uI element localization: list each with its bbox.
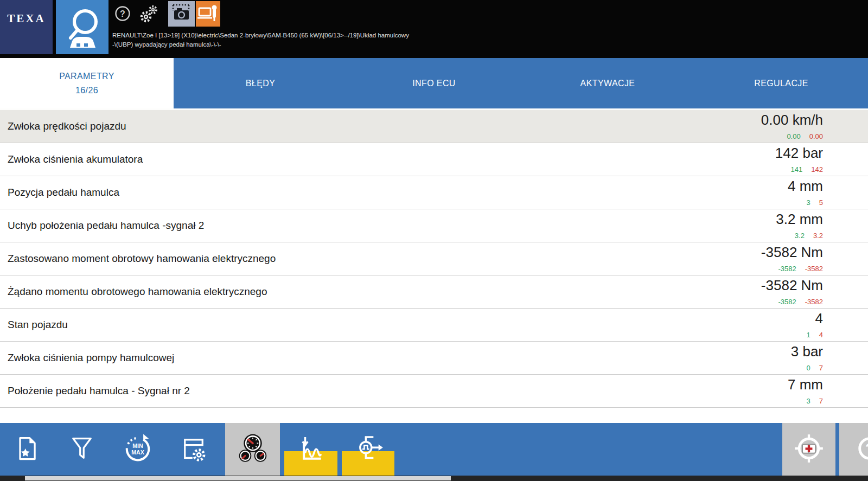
tab-label: BŁĘDY — [246, 76, 275, 91]
signal-output-button[interactable] — [342, 423, 394, 476]
svg-text:MAX: MAX — [131, 449, 145, 456]
parameter-minmax: 14 — [807, 331, 823, 339]
parameter-max-value: 142 — [811, 165, 823, 174]
parameter-settings-button[interactable] — [167, 423, 220, 476]
remote-assistance-button[interactable] — [196, 1, 220, 27]
tab-b-e-dy[interactable]: BŁĘDY — [174, 58, 347, 108]
bottom-toolbar: MIN MAX — [0, 423, 868, 476]
parameter-label: Zastosowano moment obrotowy hamowania el… — [0, 253, 276, 265]
minmax-reset-icon: MIN MAX — [123, 434, 152, 465]
parameter-value-block: 142 bar 141142 — [775, 143, 868, 176]
parameter-value: 3.2 mm — [776, 211, 823, 227]
diagnostic-target-button[interactable] — [782, 423, 835, 476]
parameter-row-partial — [0, 408, 868, 422]
parameter-minmax: 37 — [807, 397, 823, 405]
tab-label: INFO ECU — [412, 76, 456, 91]
gears-icon — [138, 18, 159, 27]
parameter-min-value: 0.00 — [787, 132, 800, 140]
parameter-min-value: 3 — [807, 397, 810, 405]
parameter-label: Uchyb położenia pedału hamulca -sygnał 2 — [0, 220, 204, 232]
parameter-minmax: 141142 — [791, 165, 823, 174]
settings-button[interactable] — [138, 3, 159, 25]
toolbar-help-icon: ? — [854, 433, 868, 465]
gauges-view-button[interactable] — [225, 423, 280, 476]
parameter-value-block: 0.00 km/h 0.000.00 — [761, 110, 868, 143]
table-gear-icon — [180, 434, 208, 464]
parameter-value-block: -3582 Nm -3582-3582 — [761, 242, 868, 275]
tab-regulacje[interactable]: REGULACJE — [694, 58, 868, 108]
parameter-value: 0.00 km/h — [761, 112, 823, 128]
texa-logo-text: TEXA — [7, 12, 45, 25]
parameter-label: Żądano momentu obrotowego hamowania elek… — [0, 286, 267, 298]
tab-bar: PARAMETRY 16/26 BŁĘDY INFO ECU AKTYWACJE… — [0, 58, 868, 108]
parameter-value-block: 4 mm 35 — [788, 176, 868, 209]
parameter-value: 4 mm — [788, 178, 823, 194]
tab-label: PARAMETRY — [59, 69, 114, 84]
toolbar-help-button[interactable]: ? — [839, 423, 868, 476]
horizontal-scrollbar[interactable] — [0, 476, 868, 481]
tab-aktywacje[interactable]: AKTYWACJE — [521, 58, 694, 108]
gauges-icon — [238, 433, 268, 465]
parameter-label: Zwłoka prędkości pojazdu — [0, 120, 126, 132]
parameter-min-value: 3.2 — [795, 232, 805, 240]
parameter-value: 142 bar — [775, 145, 823, 161]
parameter-minmax: 3.23.2 — [795, 232, 823, 240]
parameter-minmax: 07 — [807, 364, 823, 372]
parameter-row[interactable]: Stan pojazdu 4 14 — [0, 309, 868, 342]
parameter-minmax: -3582-3582 — [778, 265, 824, 273]
parameter-label: Stan pojazdu — [0, 319, 68, 331]
parameter-row[interactable]: Zwłoka prędkości pojazdu 0.00 km/h 0.000… — [0, 110, 868, 143]
parameter-row[interactable]: Pozycja pedału hamulca 4 mm 35 — [0, 176, 868, 209]
filter-funnel-icon — [68, 434, 96, 464]
minmax-reset-button[interactable]: MIN MAX — [111, 423, 164, 476]
parameter-row[interactable]: Zwłoka ciśnienia akumulatora 142 bar 141… — [0, 143, 868, 176]
parameter-row[interactable]: Zastosowano moment obrotowy hamowania el… — [0, 242, 868, 275]
svg-text:?: ? — [120, 9, 125, 18]
graph-record-button[interactable] — [284, 423, 337, 476]
help-button[interactable]: ? — [113, 5, 132, 23]
parameter-max-value: 3.2 — [813, 232, 823, 240]
vehicle-search-button[interactable] — [56, 0, 108, 54]
parameter-max-value: -3582 — [805, 265, 823, 273]
parameter-max-value: -3582 — [805, 298, 823, 306]
scrollbar-thumb[interactable] — [25, 476, 451, 480]
parameter-max-value: 5 — [819, 198, 823, 207]
texa-logo: TEXA — [0, 0, 53, 54]
parameter-max-value: 0.00 — [809, 132, 823, 140]
car-body — [70, 37, 95, 48]
tab-parametry[interactable]: PARAMETRY 16/26 — [0, 58, 174, 108]
parameter-row[interactable]: Uchyb położenia pedału hamulca -sygnał 2… — [0, 209, 868, 242]
document-star-icon — [13, 434, 41, 464]
report-favorites-button[interactable] — [0, 423, 54, 476]
parameter-row[interactable]: Położenie pedału hamulca - Sygnał nr 2 7… — [0, 375, 868, 408]
parameter-label: Zwłoka ciśnienia pompy hamulcowej — [0, 352, 174, 364]
signal-output-icon — [353, 433, 384, 465]
parameter-max-value: 4 — [819, 331, 823, 339]
parameter-min-value: 3 — [807, 198, 810, 207]
parameter-label: Położenie pedału hamulca - Sygnał nr 2 — [0, 385, 190, 397]
screenshot-button[interactable] — [168, 1, 195, 27]
parameter-value: 7 mm — [788, 376, 823, 393]
parameter-min-value: -3582 — [778, 298, 796, 306]
parameter-minmax: 35 — [807, 198, 823, 207]
top-bar: TEXA ? — [0, 0, 868, 58]
breadcrumb-line-1: RENAULT\Zoe I [13>19] (X10)\electric\Sed… — [112, 31, 709, 40]
parameter-max-value: 7 — [819, 364, 823, 372]
parameter-minmax: -3582-3582 — [778, 298, 824, 306]
crosshair-book-icon — [794, 433, 824, 465]
filter-button[interactable] — [55, 423, 108, 476]
parameter-min-value: 141 — [791, 165, 803, 174]
parameter-list: Zwłoka prędkości pojazdu 0.00 km/h 0.000… — [0, 108, 868, 423]
parameter-value-block: 3 bar 07 — [791, 342, 868, 374]
parameter-row[interactable]: Żądano momentu obrotowego hamowania elek… — [0, 275, 868, 309]
tab-label: REGULACJE — [754, 76, 808, 91]
vehicle-search-icon — [56, 47, 108, 56]
parameter-label: Zwłoka ciśnienia akumulatora — [0, 153, 143, 165]
parameter-value: -3582 Nm — [761, 244, 823, 260]
remote-assistance-icon — [196, 19, 220, 28]
parameter-value-block: 3.2 mm 3.23.2 — [776, 209, 868, 242]
parameter-min-value: 0 — [807, 364, 810, 372]
tab-label: AKTYWACJE — [580, 76, 635, 91]
tab-info-ecu[interactable]: INFO ECU — [347, 58, 521, 108]
parameter-row[interactable]: Zwłoka ciśnienia pompy hamulcowej 3 bar … — [0, 342, 868, 375]
